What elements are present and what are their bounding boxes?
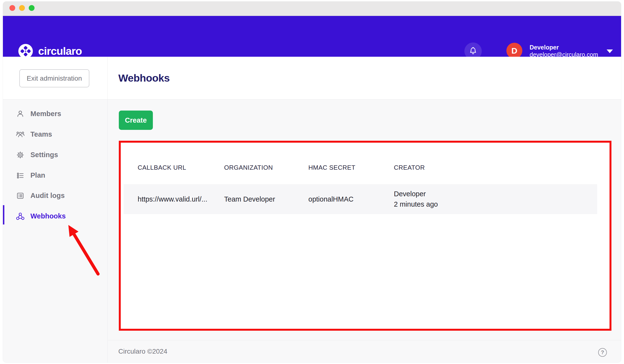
window-close-button[interactable]	[9, 5, 15, 11]
app-window: circularo D Developer developer@circular…	[3, 1, 621, 363]
sidebar-item-teams[interactable]: Teams	[3, 124, 107, 145]
people-icon	[15, 130, 25, 139]
sidebar-item-label: Settings	[30, 151, 58, 159]
app-header: circularo D Developer developer@circular…	[3, 16, 621, 57]
sidebar-item-label: Plan	[30, 171, 45, 179]
list-icon	[15, 171, 25, 180]
column-header-hmac-secret: HMAC SECRET	[308, 164, 394, 171]
avatar: D	[506, 43, 522, 59]
sidebar-item-members[interactable]: Members	[3, 103, 107, 124]
webhooks-table: CALLBACK URL ORGANIZATION HMAC SECRET CR…	[119, 141, 611, 331]
sidebar-item-label: Members	[30, 110, 61, 118]
sidebar-divider	[107, 57, 108, 363]
bell-icon	[468, 46, 478, 57]
person-icon	[15, 109, 25, 119]
document-list-icon	[15, 191, 25, 201]
sidebar-item-label: Webhooks	[30, 212, 66, 220]
creator-name: Developer	[394, 189, 597, 199]
window-minimize-button[interactable]	[19, 5, 25, 11]
brand-name: circularo	[38, 44, 82, 58]
column-header-organization: ORGANIZATION	[224, 164, 308, 171]
exit-administration-label: Exit administration	[27, 74, 82, 82]
sidebar-item-label: Audit logs	[30, 192, 65, 200]
column-header-creator: CREATOR	[394, 164, 597, 171]
create-button[interactable]: Create	[119, 111, 153, 130]
cell-callback-url: https://www.valid.url/...	[138, 195, 224, 203]
sidebar-item-audit-logs[interactable]: Audit logs	[3, 185, 107, 206]
sub-header: Exit administration Webhooks	[3, 57, 621, 99]
table-header-row: CALLBACK URL ORGANIZATION HMAC SECRET CR…	[138, 164, 597, 171]
circularo-logo-icon	[18, 44, 33, 58]
active-nav-indicator	[3, 205, 4, 224]
user-info: Developer developer@circularo.com	[530, 44, 598, 58]
copyright-text: Circularo ©2024	[118, 348, 167, 355]
window-title-bar	[3, 1, 621, 16]
cell-organization: Team Developer	[224, 195, 308, 203]
footer-divider	[107, 340, 621, 340]
sidebar-item-label: Teams	[30, 130, 52, 138]
sidebar-item-settings[interactable]: Settings	[3, 145, 107, 165]
chevron-down-icon	[607, 49, 613, 53]
cell-creator: Developer 2 minutes ago	[394, 189, 597, 210]
sidebar-item-plan[interactable]: Plan	[3, 165, 107, 186]
cell-hmac-secret: optionalHMAC	[308, 195, 394, 203]
page-title: Webhooks	[118, 57, 170, 99]
table-row[interactable]: https://www.valid.url/... Team Developer…	[124, 184, 597, 214]
create-button-label: Create	[125, 116, 147, 124]
window-zoom-button[interactable]	[29, 5, 34, 11]
webhook-icon	[15, 212, 25, 221]
creator-time: 2 minutes ago	[394, 199, 597, 210]
question-mark-icon: ?	[601, 349, 604, 356]
avatar-initial: D	[512, 46, 518, 55]
sidebar-item-webhooks[interactable]: Webhooks	[3, 206, 107, 226]
help-button[interactable]: ?	[598, 348, 607, 357]
gear-icon	[15, 150, 25, 160]
user-name: Developer	[530, 44, 598, 51]
column-header-callback-url: CALLBACK URL	[138, 164, 224, 171]
exit-administration-button[interactable]: Exit administration	[19, 69, 89, 87]
